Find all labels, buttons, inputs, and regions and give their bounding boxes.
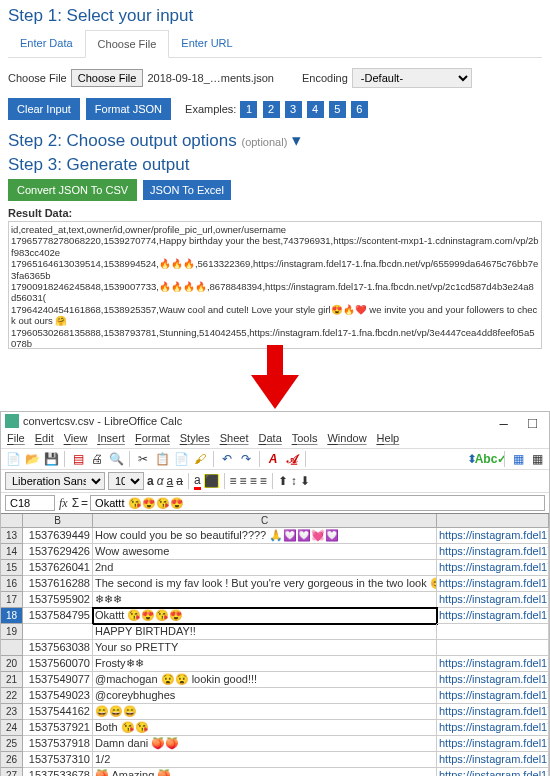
- cell[interactable]: 1537563038: [23, 640, 93, 656]
- menu-tools[interactable]: Tools: [292, 432, 318, 444]
- align-center-icon[interactable]: ≡: [240, 474, 247, 488]
- font-select[interactable]: Liberation Sans: [5, 472, 105, 490]
- cell[interactable]: @machogan 😧😧 lookin good!!!: [93, 672, 437, 688]
- row-header[interactable]: 26: [1, 752, 23, 768]
- cell[interactable]: https://instagram.fdel17-: [437, 752, 549, 768]
- table-row[interactable]: 2615375373101/2https://instagram.fdel17-: [1, 752, 549, 768]
- cell[interactable]: https://instagram.fdel17-: [437, 768, 549, 776]
- paintbrush-icon[interactable]: 🖌: [192, 451, 208, 467]
- spellcheck-icon[interactable]: 𝒜̲: [284, 451, 300, 467]
- open-icon[interactable]: 📂: [24, 451, 40, 467]
- cell[interactable]: Frosty❄❄: [93, 656, 437, 672]
- menu-view[interactable]: View: [64, 432, 88, 444]
- formula-input[interactable]: [90, 495, 545, 511]
- cell[interactable]: Both 😘😘: [93, 720, 437, 736]
- cell[interactable]: [23, 624, 93, 640]
- row-header[interactable]: [1, 640, 23, 656]
- menu-help[interactable]: Help: [377, 432, 400, 444]
- cell[interactable]: [437, 640, 549, 656]
- example-5[interactable]: 5: [329, 101, 346, 118]
- menu-format[interactable]: Format: [135, 432, 170, 444]
- tab-enter-data[interactable]: Enter Data: [8, 30, 85, 57]
- menu-edit[interactable]: Edit: [35, 432, 54, 444]
- menu-sheet[interactable]: Sheet: [220, 432, 249, 444]
- strike-icon[interactable]: a: [176, 474, 183, 488]
- convert-csv-button[interactable]: Convert JSON To CSV: [8, 179, 137, 201]
- clear-input-button[interactable]: Clear Input: [8, 98, 80, 120]
- row-header[interactable]: 13: [1, 528, 23, 544]
- cell[interactable]: 1537537918: [23, 736, 93, 752]
- cell[interactable]: Damn dani 🍑🍑: [93, 736, 437, 752]
- table-row[interactable]: 1537563038Your so PRETTY: [1, 640, 549, 656]
- align-left-icon[interactable]: ≡: [230, 474, 237, 488]
- menu-data[interactable]: Data: [259, 432, 282, 444]
- copy-icon[interactable]: 📋: [154, 451, 170, 467]
- sum-icon[interactable]: Σ: [72, 496, 79, 510]
- table-row[interactable]: 161537616288The second is my fav look ! …: [1, 576, 549, 592]
- cell[interactable]: Your so PRETTY: [93, 640, 437, 656]
- cell[interactable]: 1537616288: [23, 576, 93, 592]
- menu-styles[interactable]: Styles: [180, 432, 210, 444]
- cell[interactable]: 1537533678: [23, 768, 93, 776]
- cell[interactable]: 1537584795: [23, 608, 93, 624]
- table-row[interactable]: 251537537918Damn dani 🍑🍑https://instagra…: [1, 736, 549, 752]
- cell[interactable]: https://instagram.fdel17-: [437, 720, 549, 736]
- cell[interactable]: https://instagram.fdel17-: [437, 688, 549, 704]
- bold-icon[interactable]: a: [147, 474, 154, 488]
- table-row[interactable]: 19HAPPY BIRTHDAY!!: [1, 624, 549, 640]
- row-header[interactable]: 17: [1, 592, 23, 608]
- print-icon[interactable]: 🖨: [89, 451, 105, 467]
- cell[interactable]: Okattt 😘😍😘😍: [93, 608, 437, 624]
- undo-icon[interactable]: ↶: [219, 451, 235, 467]
- table-row[interactable]: 221537549023@coreybhugheshttps://instagr…: [1, 688, 549, 704]
- format-json-button[interactable]: Format JSON: [86, 98, 171, 120]
- valign-top-icon[interactable]: ⬆: [278, 474, 288, 488]
- fontcolor-icon[interactable]: a: [194, 473, 201, 490]
- table-row[interactable]: 171537595902❄❄❄https://instagram.fdel17-: [1, 592, 549, 608]
- result-textarea[interactable]: id,created_at,text,owner/id,owner/profil…: [8, 221, 542, 349]
- example-4[interactable]: 4: [307, 101, 324, 118]
- row-header[interactable]: 27: [1, 768, 23, 776]
- example-2[interactable]: 2: [263, 101, 280, 118]
- table-row[interactable]: 1515376260412ndhttps://instagram.fdel17-: [1, 560, 549, 576]
- menu-window[interactable]: Window: [327, 432, 366, 444]
- table-row[interactable]: 201537560070Frosty❄❄https://instagram.fd…: [1, 656, 549, 672]
- highlight-icon[interactable]: ⬛: [204, 474, 219, 488]
- cell[interactable]: 1537549023: [23, 688, 93, 704]
- cell[interactable]: 1537544162: [23, 704, 93, 720]
- align-right-icon[interactable]: ≡: [250, 474, 257, 488]
- row-header[interactable]: 15: [1, 560, 23, 576]
- save-icon[interactable]: 💾: [43, 451, 59, 467]
- choose-file-button[interactable]: Choose File: [71, 69, 144, 87]
- cell[interactable]: https://instagram.fdel17-: [437, 528, 549, 544]
- tab-choose-file[interactable]: Choose File: [85, 30, 170, 58]
- italic-icon[interactable]: α: [157, 474, 164, 488]
- cell[interactable]: 1537537310: [23, 752, 93, 768]
- paste-icon[interactable]: 📄: [173, 451, 189, 467]
- cell[interactable]: https://instagram.fdel17-: [437, 560, 549, 576]
- cell[interactable]: https://instagram.fdel17-: [437, 656, 549, 672]
- cell[interactable]: 2nd: [93, 560, 437, 576]
- cell[interactable]: 1537639449: [23, 528, 93, 544]
- fontsize-select[interactable]: 10: [108, 472, 144, 490]
- col-header-b[interactable]: B: [23, 514, 93, 528]
- example-6[interactable]: 6: [351, 101, 368, 118]
- window-controls[interactable]: – □: [499, 414, 545, 431]
- cell[interactable]: 1/2: [93, 752, 437, 768]
- row-header[interactable]: 20: [1, 656, 23, 672]
- cell[interactable]: https://instagram.fdel17-: [437, 576, 549, 592]
- row-header[interactable]: 14: [1, 544, 23, 560]
- preview-icon[interactable]: 🔍: [108, 451, 124, 467]
- spreadsheet-grid[interactable]: B C 131537639449How could you be so beau…: [1, 513, 549, 776]
- row-header[interactable]: 16: [1, 576, 23, 592]
- valign-mid-icon[interactable]: ↕: [291, 474, 297, 488]
- cell[interactable]: ❄❄❄: [93, 592, 437, 608]
- cell[interactable]: https://instagram.fdel17-: [437, 736, 549, 752]
- pdf-icon[interactable]: ▤: [70, 451, 86, 467]
- example-3[interactable]: 3: [285, 101, 302, 118]
- cell[interactable]: 🍑 Amazing 🍑: [93, 768, 437, 776]
- cell[interactable]: Wow awesome: [93, 544, 437, 560]
- menu-file[interactable]: File: [7, 432, 25, 444]
- cell[interactable]: 1537537921: [23, 720, 93, 736]
- tab-enter-url[interactable]: Enter URL: [169, 30, 244, 57]
